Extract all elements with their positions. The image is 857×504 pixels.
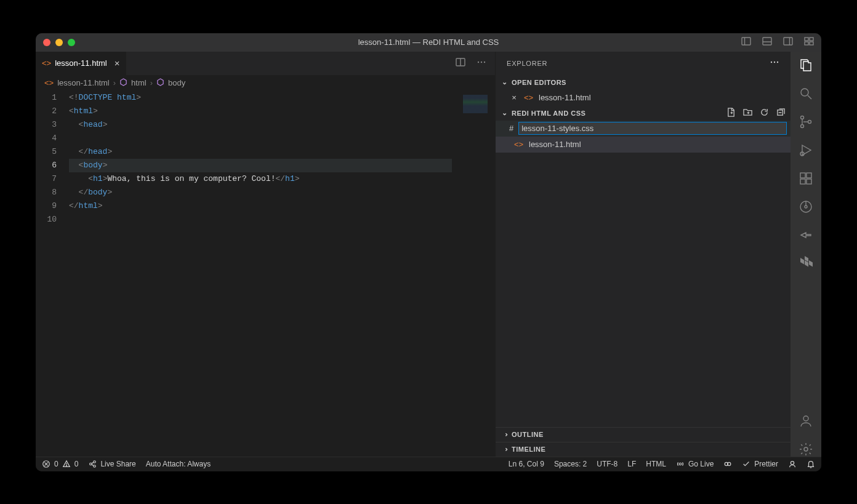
status-cursor-position[interactable]: Ln 6, Col 9 xyxy=(509,460,544,468)
status-auto-attach[interactable]: Auto Attach: Always xyxy=(146,460,211,468)
accounts-icon[interactable] xyxy=(799,414,813,428)
tab-actions xyxy=(456,52,495,75)
status-copilot[interactable] xyxy=(723,460,732,468)
collapse-all-icon[interactable] xyxy=(776,108,786,118)
svg-rect-32 xyxy=(800,179,805,184)
html-file-icon: <> xyxy=(42,58,51,68)
code-editor[interactable]: 12345678910 <!DOCTYPE html><html> <head>… xyxy=(36,91,495,457)
html-file-icon: <> xyxy=(524,93,534,102)
svg-point-15 xyxy=(771,62,772,63)
svg-line-48 xyxy=(92,465,94,466)
status-encoding[interactable]: UTF-8 xyxy=(597,460,618,468)
status-language[interactable]: HTML xyxy=(646,460,666,468)
symbol-icon xyxy=(156,78,164,88)
svg-point-44 xyxy=(90,463,92,465)
status-notifications-icon[interactable] xyxy=(807,460,815,468)
file-tree-item[interactable]: <> lesson-11.html xyxy=(496,137,791,153)
breadcrumb-body[interactable]: body xyxy=(168,78,185,87)
svg-rect-8 xyxy=(805,42,808,45)
extensions-icon[interactable] xyxy=(799,171,813,186)
svg-point-12 xyxy=(478,62,479,63)
close-icon[interactable]: × xyxy=(509,93,519,102)
vscode-window: lesson-11.html — ReDI HTML and CSS <> le… xyxy=(36,33,821,471)
minimap[interactable] xyxy=(458,91,495,457)
toggle-panel-icon[interactable] xyxy=(762,36,772,48)
new-file-input[interactable] xyxy=(518,122,787,135)
new-file-icon[interactable] xyxy=(726,108,736,118)
svg-point-26 xyxy=(801,116,804,119)
terraform-icon[interactable] xyxy=(799,256,813,271)
svg-point-16 xyxy=(774,62,775,63)
activity-bar xyxy=(791,52,821,457)
new-folder-icon[interactable] xyxy=(743,108,752,118)
more-actions-icon[interactable] xyxy=(770,57,779,69)
svg-point-38 xyxy=(804,447,808,451)
status-eol[interactable]: LF xyxy=(627,460,636,468)
status-go-live[interactable]: Go Live xyxy=(676,460,714,468)
breadcrumb-html[interactable]: html xyxy=(131,78,147,87)
timeline-label: TIMELINE xyxy=(512,446,545,453)
explorer-icon[interactable] xyxy=(799,58,813,73)
html-file-icon: <> xyxy=(44,78,54,87)
svg-rect-4 xyxy=(784,38,792,45)
css-file-icon: # xyxy=(509,124,513,133)
error-count: 0 xyxy=(54,460,58,468)
svg-rect-30 xyxy=(800,173,805,178)
chevron-right-icon: ⌄ xyxy=(501,430,509,439)
breadcrumb-file[interactable]: lesson-11.html xyxy=(57,78,110,87)
status-prettier[interactable]: Prettier xyxy=(742,460,778,468)
svg-rect-0 xyxy=(742,38,750,45)
svg-point-28 xyxy=(808,120,811,123)
status-live-share[interactable]: Live Share xyxy=(88,460,135,468)
svg-point-37 xyxy=(803,416,808,421)
line-gutter: 12345678910 xyxy=(36,91,69,457)
workspace-section[interactable]: ⌄ REDI HTML AND CSS xyxy=(496,106,791,121)
live-share-icon[interactable] xyxy=(799,228,813,242)
svg-rect-31 xyxy=(807,173,811,178)
status-indentation[interactable]: Spaces: 2 xyxy=(554,460,587,468)
open-editor-item[interactable]: × <> lesson-11.html xyxy=(496,90,791,106)
window-maximize-button[interactable] xyxy=(68,39,75,46)
split-editor-icon[interactable] xyxy=(456,57,465,69)
svg-rect-33 xyxy=(807,179,811,184)
open-editors-section[interactable]: ⌄ OPEN EDITORS xyxy=(496,75,791,90)
refresh-icon[interactable] xyxy=(760,108,769,118)
toggle-primary-sidebar-icon[interactable] xyxy=(741,36,751,48)
svg-point-43 xyxy=(66,465,66,466)
outline-section[interactable]: ⌄ OUTLINE xyxy=(496,427,791,442)
chevron-down-icon: ⌄ xyxy=(501,78,509,86)
breadcrumbs[interactable]: <> lesson-11.html › html › body xyxy=(36,75,495,91)
code-content[interactable]: <!DOCTYPE html><html> <head> </head> <bo… xyxy=(69,91,458,457)
settings-gear-icon[interactable] xyxy=(799,442,813,457)
window-close-button[interactable] xyxy=(43,39,50,46)
svg-point-27 xyxy=(801,124,804,127)
window-minimize-button[interactable] xyxy=(55,39,63,46)
search-icon[interactable] xyxy=(799,86,813,101)
svg-line-25 xyxy=(808,95,811,99)
outline-label: OUTLINE xyxy=(512,431,544,438)
svg-line-47 xyxy=(92,462,94,463)
warning-count: 0 xyxy=(74,460,79,468)
svg-rect-2 xyxy=(763,38,771,45)
status-problems[interactable]: 0 0 xyxy=(42,460,78,468)
window-title: lesson-11.html — ReDI HTML and CSS xyxy=(358,38,499,47)
explorer-title: EXPLORER xyxy=(507,60,547,67)
svg-point-46 xyxy=(94,465,96,468)
workspace-label: REDI HTML AND CSS xyxy=(512,110,585,117)
editor-tab-active[interactable]: <> lesson-11.html × xyxy=(36,52,127,75)
timeline-section[interactable]: ⌄ TIMELINE xyxy=(496,442,791,457)
toggle-secondary-sidebar-icon[interactable] xyxy=(783,36,793,48)
open-editor-filename: lesson-11.html xyxy=(539,93,591,102)
svg-point-35 xyxy=(805,206,807,208)
status-feedback-icon[interactable] xyxy=(788,460,797,468)
svg-point-49 xyxy=(679,463,682,465)
run-debug-icon[interactable] xyxy=(799,143,813,158)
source-control-icon[interactable] xyxy=(799,114,813,129)
open-editors-label: OPEN EDITORS xyxy=(512,79,566,86)
customize-layout-icon[interactable] xyxy=(804,36,814,48)
gitlens-icon[interactable] xyxy=(799,199,813,214)
chevron-down-icon: ⌄ xyxy=(501,109,509,117)
tab-close-icon[interactable]: × xyxy=(115,58,120,68)
more-actions-icon[interactable] xyxy=(477,57,486,69)
workspace-actions xyxy=(726,108,786,118)
